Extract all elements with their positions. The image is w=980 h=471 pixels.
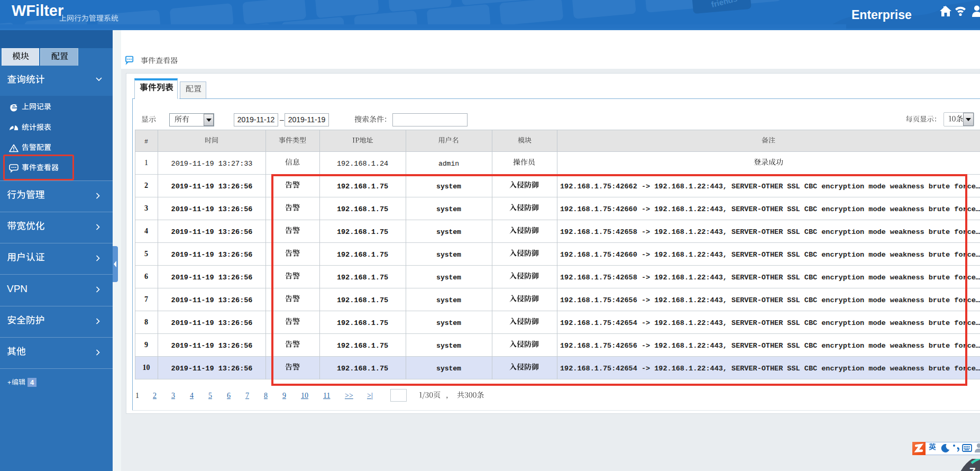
svg-text:7: 7 bbox=[969, 465, 976, 471]
svg-text:4: 4 bbox=[978, 467, 980, 471]
